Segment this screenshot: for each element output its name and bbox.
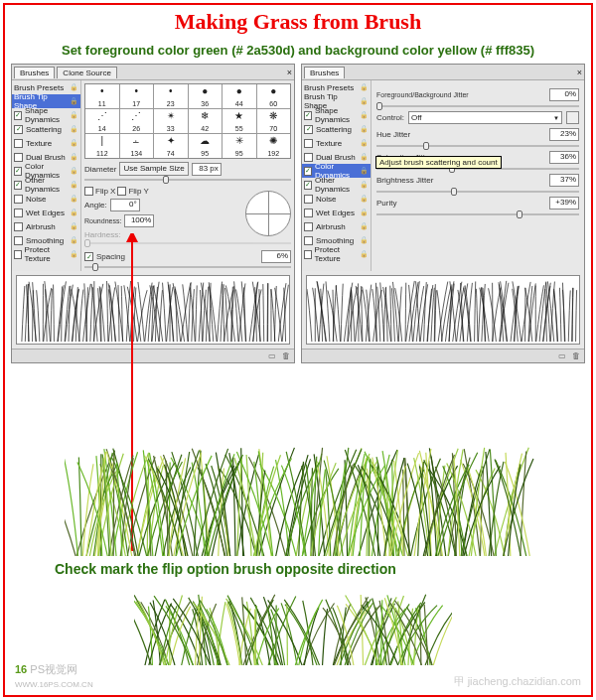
- sidebar-item[interactable]: Wet Edges🔒: [12, 206, 80, 219]
- spacing-slider[interactable]: [84, 266, 291, 268]
- roundness-value[interactable]: 100%: [124, 214, 154, 227]
- spacing-checkbox[interactable]: ✓: [84, 252, 93, 261]
- brush-size-label: 192: [267, 150, 279, 157]
- sidebar-item[interactable]: Airbrush🔒: [12, 219, 80, 233]
- checkbox[interactable]: [14, 222, 23, 231]
- brush-thumb[interactable]: ●60: [257, 84, 291, 108]
- brush-thumb[interactable]: |112: [85, 134, 119, 158]
- checkbox[interactable]: ✓: [304, 167, 312, 176]
- purity-slider[interactable]: [376, 213, 579, 215]
- checkbox[interactable]: [14, 250, 22, 259]
- sidebar-item-label: Scattering: [26, 125, 62, 134]
- control-aux-button[interactable]: [566, 111, 579, 124]
- checkbox[interactable]: ✓: [14, 181, 22, 190]
- brush-thumb[interactable]: ⋰14: [85, 109, 119, 133]
- close-icon[interactable]: ×: [577, 68, 582, 77]
- hue-jitter-value[interactable]: 23%: [549, 128, 579, 141]
- brush-glyph-icon: ★: [234, 110, 243, 121]
- sidebar-item[interactable]: Wet Edges🔒: [302, 206, 371, 219]
- lock-icon: 🔒: [70, 97, 78, 105]
- brush-thumb[interactable]: ☁95: [189, 134, 223, 158]
- angle-value[interactable]: 0°: [110, 199, 140, 211]
- checkbox[interactable]: [304, 236, 313, 245]
- control-dropdown[interactable]: Off ▼: [408, 111, 562, 124]
- checkbox[interactable]: ✓: [14, 167, 22, 176]
- brightness-jitter-value[interactable]: 37%: [549, 174, 579, 187]
- brush-thumb[interactable]: ❄42: [189, 109, 223, 133]
- checkbox[interactable]: [304, 195, 313, 204]
- checkbox[interactable]: [304, 153, 313, 162]
- brush-thumb[interactable]: ⋰26: [120, 109, 154, 133]
- sidebar-item[interactable]: Protect Texture🔒: [302, 247, 371, 261]
- angle-roundness-widget[interactable]: [245, 191, 291, 236]
- sidebar-item[interactable]: ✓Other Dynamics🔒: [302, 178, 371, 192]
- brush-thumb[interactable]: ★55: [223, 109, 256, 133]
- diameter-slider[interactable]: [84, 179, 291, 181]
- sidebar-item[interactable]: ✓Shape Dynamics🔒: [12, 108, 80, 122]
- checkbox[interactable]: [14, 139, 23, 148]
- sidebar-item[interactable]: Noise🔒: [302, 192, 371, 206]
- brush-thumb[interactable]: •23: [154, 84, 188, 108]
- sidebar-item[interactable]: Texture🔒: [302, 136, 371, 150]
- tab-clone-source[interactable]: Clone Source: [57, 67, 116, 78]
- doc-icon[interactable]: ▭: [268, 351, 276, 360]
- checkbox[interactable]: [14, 195, 23, 204]
- brush-thumb[interactable]: ❋70: [257, 109, 291, 133]
- trash-icon[interactable]: 🗑: [282, 351, 290, 360]
- lock-icon: 🔒: [360, 83, 369, 91]
- sidebar-item[interactable]: Noise🔒: [12, 192, 80, 206]
- sidebar-item[interactable]: ✓Other Dynamics🔒: [12, 178, 80, 192]
- use-sample-size-button[interactable]: Use Sample Size: [119, 162, 188, 176]
- spacing-label: Spacing: [96, 252, 125, 261]
- checkbox[interactable]: ✓: [14, 111, 22, 120]
- flipx-checkbox[interactable]: [84, 187, 93, 196]
- brightness-jitter-slider[interactable]: [376, 191, 579, 193]
- sidebar-item[interactable]: ✓Shape Dynamics🔒: [302, 108, 371, 122]
- tab-brushes[interactable]: Brushes: [14, 67, 55, 78]
- checkbox[interactable]: [304, 222, 313, 231]
- tab-brushes[interactable]: Brushes: [304, 67, 345, 78]
- checkbox[interactable]: ✓: [304, 111, 312, 120]
- brush-thumb[interactable]: •17: [120, 84, 154, 108]
- diameter-value[interactable]: 83 px: [192, 163, 222, 176]
- sidebar-item[interactable]: Texture🔒: [12, 136, 80, 150]
- brush-thumb[interactable]: •11: [85, 84, 119, 108]
- checkbox[interactable]: ✓: [14, 125, 23, 134]
- checkbox[interactable]: [14, 209, 23, 217]
- sidebar-item[interactable]: ✓Scattering🔒: [302, 122, 371, 136]
- checkbox[interactable]: [304, 139, 313, 148]
- brush-size-label: 44: [235, 100, 243, 107]
- brush-thumb[interactable]: ✦74: [154, 134, 188, 158]
- brush-thumb[interactable]: ✺192: [257, 134, 291, 158]
- checkbox[interactable]: [304, 250, 312, 259]
- brush-thumb[interactable]: ✳95: [223, 134, 256, 158]
- checkbox[interactable]: [304, 209, 313, 217]
- brush-thumb[interactable]: ⫠134: [120, 134, 154, 158]
- hue-jitter-slider[interactable]: [376, 145, 579, 147]
- brush-thumb[interactable]: ●44: [223, 84, 256, 108]
- checkbox[interactable]: [14, 153, 23, 162]
- fgbg-jitter-slider[interactable]: [376, 105, 579, 107]
- checkbox[interactable]: ✓: [304, 125, 313, 134]
- tooltip: Adjust brush scattering and count: [375, 156, 502, 169]
- purity-value[interactable]: +39%: [549, 197, 579, 210]
- checkbox[interactable]: [14, 236, 23, 245]
- doc-icon[interactable]: ▭: [558, 351, 566, 360]
- lock-icon: 🔒: [360, 125, 369, 133]
- page-title: Making Grass from Brush: [5, 9, 591, 35]
- brush-thumb[interactable]: ●36: [189, 84, 223, 108]
- fgbg-jitter-value[interactable]: 0%: [549, 88, 579, 101]
- sidebar-item[interactable]: Protect Texture🔒: [12, 247, 80, 261]
- brush-thumb[interactable]: ✴33: [154, 109, 188, 133]
- brush-thumb-grid[interactable]: •11•17•23●36●44●60⋰14⋰26✴33❄42★55❋70|112…: [84, 83, 291, 159]
- sidebar-item[interactable]: ✓Scattering🔒: [12, 122, 80, 136]
- watermark-logo: 16: [15, 663, 27, 675]
- sidebar-item[interactable]: Airbrush🔒: [302, 219, 371, 233]
- trash-icon[interactable]: 🗑: [572, 351, 580, 360]
- angle-label: Angle:: [84, 201, 107, 210]
- close-icon[interactable]: ×: [287, 68, 292, 77]
- saturation-jitter-value[interactable]: 36%: [549, 151, 579, 164]
- spacing-value[interactable]: 6%: [261, 250, 291, 263]
- checkbox[interactable]: ✓: [304, 181, 312, 190]
- flipy-checkbox[interactable]: [117, 187, 126, 196]
